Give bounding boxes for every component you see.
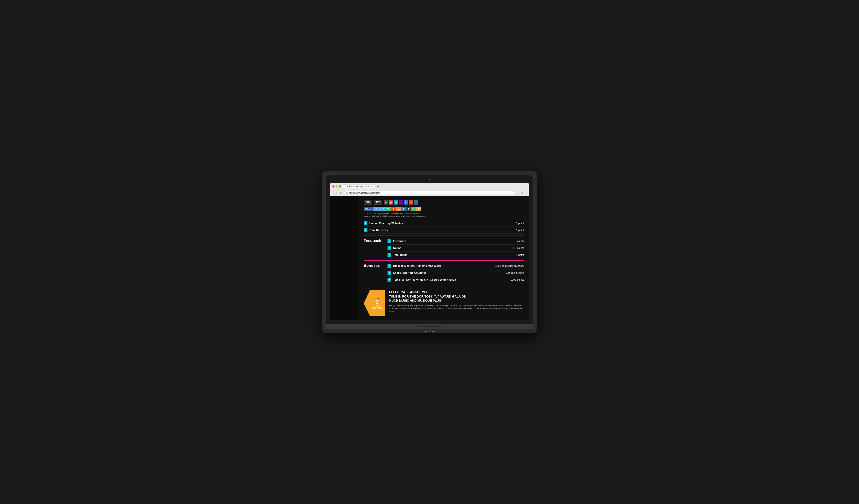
note-text: NOTE: To protect against hackers, scamme… [364,212,426,217]
value-rating: 1-5 points [513,247,524,249]
bonuses-items: Biggest, Mostest, Highest of the Week 10… [388,263,524,283]
label-rating: Rating [393,247,511,249]
value-retweets: 1 point [516,229,524,232]
retweet-label: RETWEET [375,207,384,209]
profile-icon[interactable]: ⊙ [521,191,523,194]
camera [429,179,430,180]
address-bar-row: ‹ › ↻ 🔒 https://www.doritosviralocity.co… [330,190,529,196]
laptop-hinge [327,324,532,329]
points-row-google: Top 5 for "Doritos Viralocity" Google se… [388,276,524,283]
gplus-share-icon[interactable]: g+ [389,200,393,205]
maximize-button[interactable] [339,185,341,188]
label-favourites: Favourites [393,240,513,242]
points-row-referring: Unique Referring Websites 1 point [364,220,524,227]
facebook-share-button[interactable]: f Share [364,207,373,211]
bookmark-icon[interactable]: ☆ [517,191,519,194]
points-row-rating: Rating 1-5 points [388,245,524,252]
step5-section: STEP 5 CELEBRATE GOOD TIMES CELEBRATE GO… [364,290,524,316]
value-biggest: 1000 points per category [495,264,524,267]
macbook-label: MacBook [424,330,436,333]
play-icon-diggs [388,253,391,257]
label-exotic: Exotic Referring Countries [393,271,503,274]
label-google: Top 5 for "Doritos Viralocity" Google se… [393,278,509,281]
browser-tab[interactable]: Doritos Viralocity | Home ✕ [343,184,375,188]
top-points-table: Unique Referring Websites 1 point Total … [364,220,524,234]
points-row-biggest: Biggest, Mostest, Highest of the Week 10… [388,263,524,269]
retweet-button[interactable]: RETWEET [374,207,386,211]
feedback-title: Feedback [364,238,383,243]
tab-title: Doritos Viralocity | Home [346,185,370,188]
email-share-icon[interactable]: ✉ [384,200,388,205]
menu-icon[interactable]: ⋮ [524,191,527,194]
msg-share-icon[interactable]: 💬 [386,207,391,211]
laptop-frame: Doritos Viralocity | Home ✕ + ‹ › ↻ 🔒 ht… [322,171,537,333]
step5-body: Yes, you heard correctly. Not only will … [389,304,524,313]
fb-share-label: f Share [365,208,371,210]
points-row-retweets: Total Retweets 1 point [364,227,524,234]
address-bar[interactable]: 🔒 https://www.doritosviralocity.com [344,191,515,195]
play-icon-google [388,278,391,282]
star-share-icon[interactable]: ★ [417,207,421,211]
value-favourites: 5 points [515,240,524,242]
value-google: 1000 points [510,278,524,281]
browser-actions: ☆ ⊙ ⋮ [517,191,527,194]
reload-button[interactable]: ↻ [339,191,342,194]
digg-share-icon[interactable]: ↑ [414,200,418,205]
tab-close-icon[interactable]: ✕ [371,186,373,188]
stumble-share-icon[interactable]: S [409,200,413,205]
step5-content: CELEBRATE GOOD TIMES TUNE IN FOR THE DOR… [389,290,524,313]
left-sidebar [330,196,359,320]
feedback-section: Feedback Favourites 5 points Rating 1-5 … [364,238,524,258]
back-button[interactable]: ‹ [332,191,334,194]
url-text: https://www.doritosviralocity.com [349,192,380,194]
share-count-56: 56 [364,200,372,205]
reddit-share-icon[interactable]: r [391,207,396,211]
yahoo-share-icon[interactable]: Y [399,200,403,205]
points-row-favourites: Favourites 5 points [388,238,524,245]
traffic-lights [332,185,341,188]
count-926: 926 [375,201,380,204]
forward-button[interactable]: › [335,191,337,194]
points-row-exotic: Exotic Referring Countries 100 points ea… [388,269,524,276]
webpage-content: 56 926 ✉ g+ ⊞ Y d S ↑ [330,196,529,320]
new-tab-button[interactable]: + [376,185,380,188]
play-icon-exotic [388,271,391,275]
browser-chrome: Doritos Viralocity | Home ✕ + [330,183,529,190]
browser-window: Doritos Viralocity | Home ✕ + ‹ › ↻ 🔒 ht… [330,183,529,320]
step5-sub: CELEBRATE GOOD TIMES [372,305,382,309]
label-biggest: Biggest, Mostest, Highest of the Week [393,264,493,267]
label-retweets: Total Retweets [370,229,514,232]
bit-share-icon[interactable]: b [401,207,406,211]
other-share-icon[interactable]: + [411,207,416,211]
play-icon-favourites [388,239,391,243]
label-referring: Unique Referring Websites [370,222,514,224]
share-count-926: 926 [374,200,382,205]
share-icon-row2: 💬 r B b t + ★ [386,207,421,211]
minimize-button[interactable] [335,185,338,188]
laptop-base: MacBook [327,329,532,333]
close-button[interactable] [332,185,334,188]
share-btn-row: f Share RETWEET 💬 r B b t + ★ [364,207,524,211]
step5-badge: STEP 5 CELEBRATE GOOD TIMES [364,290,385,316]
tab-bar: Doritos Viralocity | Home ✕ + [343,184,527,188]
delicious-share-icon[interactable]: d [404,200,408,205]
blogger-share-icon[interactable]: B [396,207,401,211]
lock-icon: 🔒 [346,192,348,194]
share-bar: 56 926 ✉ g+ ⊞ Y d S ↑ [364,200,524,205]
value-referring: 1 point [516,222,524,224]
tumblr-share-icon[interactable]: t [406,207,411,211]
label-diggs: Total Diggs [393,253,514,256]
windows-share-icon[interactable]: ⊞ [394,200,398,205]
step5-number: 5 [375,300,378,305]
points-row-diggs: Total Diggs 1 point [388,252,524,258]
main-content: 56 926 ✉ g+ ⊞ Y d S ↑ [359,196,529,320]
play-icon-referring [364,221,367,225]
trackpad-notch [418,326,441,327]
bonuses-section: Bonuses Biggest, Mostest, Highest of the… [364,263,524,283]
divider-step5 [364,285,524,285]
screen-bezel: Doritos Viralocity | Home ✕ + ‹ › ↻ 🔒 ht… [327,175,532,324]
step5-heading: CELEBRATE GOOD TIMES [389,290,524,294]
share-icons-row: ✉ g+ ⊞ Y d S ↑ [384,200,418,205]
count-56: 56 [366,201,370,204]
play-icon-retweets [364,228,367,232]
